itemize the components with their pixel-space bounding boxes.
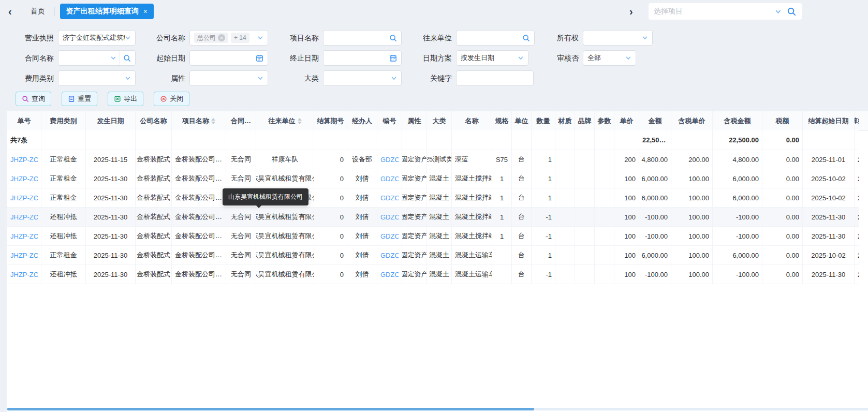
calendar-icon[interactable] [256,54,263,62]
reset-button[interactable]: 重置 [62,92,97,106]
chevron-down-icon[interactable] [257,35,263,41]
order-link[interactable]: JHZP-ZC05 [10,271,38,278]
column-header-taxAmount[interactable]: 含税金额 [713,111,762,130]
project-select[interactable]: 选择项目 [649,3,802,20]
search-icon[interactable] [389,34,397,42]
table-row[interactable]: JHZP-ZC05正常租金2025-11-30金桥装配式金桥装配公司项目无合同山… [7,246,859,265]
filter-xmmc-search-input[interactable] [323,30,402,46]
code-link[interactable]: GDZC05 [380,156,399,164]
filter-syq-select[interactable] [583,30,653,46]
chevron-down-icon[interactable] [125,35,131,41]
column-header-unit[interactable]: 单位 [512,111,532,130]
code-link[interactable]: GDZC05 [380,232,399,240]
column-header-company[interactable]: 公司名称 [136,111,172,130]
column-header-name[interactable]: 名称 [452,111,492,130]
order-link[interactable]: JHZP-ZC05 [10,175,38,183]
tab-asset-rental-settlement-query[interactable]: 资产出租结算明细查询 × [60,4,154,19]
filter-gjz-input[interactable] [456,70,534,86]
column-header-period[interactable]: 结算期号 [314,111,347,130]
sort-carets-icon[interactable] [298,118,302,124]
chevron-down-icon[interactable] [518,55,524,61]
chevron-down-icon[interactable] [257,75,263,81]
column-header-party[interactable]: 往来单位 [256,111,314,130]
cell-material [555,188,575,207]
column-header-tax[interactable]: 税额 [762,111,803,130]
search-icon[interactable] [787,7,797,17]
chevron-down-icon[interactable] [391,75,397,81]
filter-htmc-select-search[interactable] [58,50,136,66]
column-header-contract[interactable]: 合同… [226,111,256,130]
order-link[interactable]: JHZP-ZC05 [10,252,38,259]
order-link[interactable]: JHZP-ZC05 [10,194,38,202]
filter-zzrq-date[interactable] [323,50,402,66]
tab-close-icon[interactable]: × [143,7,148,16]
code-link[interactable]: GDZC05 [380,252,399,259]
chevron-down-icon[interactable] [625,55,631,61]
filter-gsmc-tags[interactable]: 总公司×+ 14 [189,30,268,46]
search-icon[interactable] [123,54,131,62]
column-header-price[interactable]: 单价 [614,111,639,130]
close-button[interactable]: 关闭 [154,92,189,106]
export-button[interactable]: 导出 [108,92,143,106]
filter-shf-select[interactable]: 全部 [583,50,636,66]
chevron-down-icon[interactable] [775,8,782,15]
xmmc-input[interactable] [328,34,389,42]
column-header-startDate[interactable]: 结算起始日期 [803,111,855,130]
query-button[interactable]: 查询 [16,92,51,106]
table-scroll-viewport[interactable]: 单号费用类别发生日期公司名称项目名称合同…往来单位结算期号经办人编号属性大类名称… [7,111,859,412]
order-link[interactable]: JHZP-ZC05 [10,213,38,221]
table-row[interactable]: JHZP-ZC05正常租金2025-11-30金桥装配式金桥装配公司项目无合同山… [7,169,859,188]
column-header-brand[interactable]: 品牌 [575,111,595,130]
zzrq-input[interactable] [328,54,389,63]
chevron-down-icon[interactable] [125,75,131,81]
column-header-param[interactable]: 参数 [595,111,614,130]
filter-dl-select[interactable] [323,70,402,86]
column-header-spec[interactable]: 规格 [492,111,512,130]
wldw-input[interactable] [461,34,522,42]
column-header-taxPrice[interactable]: 含税单价 [671,111,713,130]
table-row[interactable]: JHZP-ZC05还租冲抵2025-11-30金桥装配式金桥装配公司项目无合同山… [7,208,859,227]
column-header-code[interactable]: 编号 [377,111,402,130]
order-link[interactable]: JHZP-ZC05 [10,156,38,164]
horizontal-scrollbar-track[interactable] [7,408,868,410]
filter-wldw-search-input[interactable] [456,30,535,46]
back-arrow-icon[interactable]: ‹ [8,6,12,17]
table-row[interactable]: JHZP-ZC05还租冲抵2025-11-30金桥装配式金桥装配公司项目无合同山… [7,265,859,284]
column-header-endDate[interactable]: 结算终止日期 [855,111,859,130]
column-header-date[interactable]: 发生日期 [86,111,136,130]
order-link[interactable]: JHZP-ZC05 [10,232,38,240]
column-header-project[interactable]: 项目名称 [172,111,226,130]
chevron-down-icon[interactable] [642,35,648,41]
table-row[interactable]: JHZP-ZC05正常租金2025-11-30金桥装配式金桥装配公司项目无合同山… [7,188,859,208]
qsrq-input[interactable] [194,54,256,63]
filter-qsrq-date[interactable] [189,50,268,66]
code-link[interactable]: GDZC05 [380,213,399,221]
column-header-cat[interactable]: 大类 [427,111,452,130]
remove-tag-icon[interactable]: × [218,34,225,41]
column-header-amount[interactable]: 金额 [639,111,671,130]
filter-rqfa-select[interactable]: 按发生日期 [456,50,528,66]
cell-endDate: 2 [855,169,859,188]
code-link[interactable]: GDZC05 [380,194,399,202]
filter-yyzz-select[interactable]: 济宁金虹装配式建筑科技 [58,30,136,46]
forward-arrow-icon[interactable]: › [629,6,633,17]
column-header-material[interactable]: 材质 [555,111,575,130]
column-header-attr[interactable]: 属性 [402,111,427,130]
calendar-icon[interactable] [389,54,397,62]
home-link[interactable]: 首页 [31,7,45,16]
chevron-down-icon[interactable] [110,55,116,61]
horizontal-scrollbar-thumb[interactable] [7,408,534,410]
column-header-qty[interactable]: 数量 [532,111,555,130]
column-header-order[interactable]: 单号 [7,111,41,130]
column-header-handler[interactable]: 经办人 [347,111,377,130]
filter-fylb-select[interactable] [58,70,136,86]
table-row[interactable]: JHZP-ZC05正常租金2025-11-15金桥装配式金桥装配公司项目无合同祥… [7,150,859,169]
gjz-input[interactable] [461,74,529,83]
code-link[interactable]: GDZC05 [380,175,399,183]
search-icon[interactable] [522,34,530,42]
code-link[interactable]: GDZC05 [380,271,399,278]
column-header-fee[interactable]: 费用类别 [41,111,86,130]
sort-carets-icon[interactable] [211,118,215,124]
table-row[interactable]: JHZP-ZC05还租冲抵2025-11-30金桥装配式金桥装配公司项目无合同山… [7,227,859,246]
filter-sx-select[interactable] [189,70,268,86]
